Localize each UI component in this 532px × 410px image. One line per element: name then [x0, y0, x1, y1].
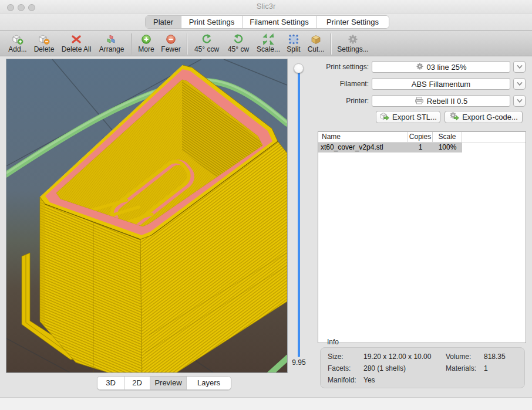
- toolbar-label: Add...: [8, 45, 26, 53]
- toolbar-label: 45° cw: [228, 45, 249, 53]
- print-settings-dropdown-button[interactable]: [513, 61, 526, 73]
- volume-value: 818.35: [484, 353, 506, 361]
- column-header-name[interactable]: Name: [318, 132, 408, 142]
- view-tab-3d[interactable]: 3D: [97, 377, 124, 389]
- fewer-copies-icon: [165, 33, 177, 45]
- facets-value: 280 (1 shells): [363, 364, 406, 372]
- toolbar-label: Settings...: [337, 45, 368, 53]
- titlebar: Slic3r: [0, 0, 532, 13]
- split-button[interactable]: Split: [283, 33, 304, 55]
- layer-slider-knob[interactable]: [294, 63, 304, 73]
- export-gcode-label: Export G-code...: [462, 113, 518, 121]
- toolbar-label: Cut...: [308, 45, 325, 53]
- chevron-down-icon: [516, 79, 523, 89]
- object-settings-button[interactable]: Settings...: [334, 33, 372, 55]
- toolbar-separator: [187, 33, 187, 55]
- object-scale-cell: 100%: [433, 143, 462, 153]
- add-object-icon: [11, 33, 24, 45]
- export-stl-label: Export STL...: [392, 113, 437, 121]
- object-row-filler: [462, 143, 526, 153]
- export-stl-button[interactable]: Export STL...: [376, 111, 440, 123]
- facets-label: Facets:: [328, 364, 351, 372]
- print-settings-label: Print settings:: [316, 63, 369, 71]
- manifold-value: Yes: [363, 376, 375, 384]
- rotate-cw-icon: [233, 33, 244, 45]
- table-row[interactable]: xt60_cover_v2p4.stl 1 100%: [318, 143, 526, 153]
- printer-icon: [415, 96, 424, 106]
- toolbar-separator: [131, 33, 132, 55]
- tab-printer-settings[interactable]: Printer Settings: [316, 16, 389, 28]
- column-header-empty: [462, 132, 526, 142]
- volume-label: Volume:: [446, 353, 471, 361]
- filament-combo[interactable]: ABS Fillamentum: [372, 78, 510, 90]
- print-settings-combo[interactable]: 03 line 25%: [372, 61, 510, 73]
- toolbar-label: Arrange: [99, 45, 124, 53]
- tab-plater[interactable]: Plater: [146, 16, 181, 28]
- tab-filament-settings[interactable]: Filament Settings: [242, 16, 316, 28]
- info-panel-title: Info: [327, 338, 339, 346]
- toolbar-label: Delete: [34, 45, 55, 53]
- more-copies-button[interactable]: More: [134, 33, 158, 55]
- print-settings-value: 03 line 25%: [427, 63, 467, 72]
- export-stl-icon: [379, 111, 389, 123]
- scale-icon: [262, 33, 274, 45]
- toolbar-label: Split: [287, 45, 300, 53]
- column-header-copies[interactable]: Copies: [408, 132, 433, 142]
- tab-print-settings[interactable]: Print Settings: [181, 16, 242, 28]
- arrange-button[interactable]: Arrange: [95, 33, 128, 55]
- object-list-table: Name Copies Scale xt60_cover_v2p4.stl 1 …: [318, 131, 526, 343]
- slic3r-window: Slic3r Plater Print Settings Filament Se…: [0, 0, 532, 410]
- object-list-header: Name Copies Scale: [318, 132, 526, 143]
- toolbar-label: 45° ccw: [194, 45, 219, 53]
- toolbar-label: Delete All: [62, 45, 92, 53]
- rotate-ccw-button[interactable]: 45° ccw: [190, 33, 223, 55]
- toolbar-separator: [331, 33, 331, 55]
- chevron-down-icon: [516, 96, 523, 106]
- add-button[interactable]: Add...: [5, 33, 31, 55]
- column-header-scale[interactable]: Scale: [433, 132, 462, 142]
- cut-icon: [310, 33, 322, 45]
- delete-all-icon: [70, 33, 82, 45]
- scale-button[interactable]: Scale...: [254, 33, 283, 55]
- plater-toolbar: Add... Delete Delete All Arrange M: [0, 31, 532, 56]
- arrange-icon: [105, 33, 118, 45]
- printer-value: Rebell II 0.5: [427, 97, 467, 106]
- main-tabs-group: Plater Print Settings Filament Settings …: [145, 15, 389, 29]
- delete-all-button[interactable]: Delete All: [58, 33, 95, 55]
- printer-label: Printer:: [316, 97, 369, 105]
- size-value: 19.20 x 12.00 x 10.00: [363, 353, 431, 361]
- filament-dropdown-button[interactable]: [513, 78, 526, 90]
- object-name-cell: xt60_cover_v2p4.stl: [318, 143, 408, 153]
- printer-dropdown-button[interactable]: [513, 95, 526, 107]
- size-label: Size:: [328, 353, 344, 361]
- plater-content: 9.95 Print settings: 03 line 25% Filamen…: [0, 57, 532, 397]
- toolbar-label: Fewer: [161, 45, 180, 53]
- view-tab-layers[interactable]: Layers: [186, 377, 231, 389]
- delete-object-icon: [38, 33, 50, 45]
- chevron-down-icon: [516, 62, 523, 72]
- footer: [0, 398, 532, 410]
- printer-combo[interactable]: Rebell II 0.5: [372, 95, 510, 107]
- layer-slider-value: 9.95: [285, 358, 312, 367]
- toolbar-label: More: [138, 45, 154, 53]
- manifold-label: Manifold:: [328, 376, 356, 384]
- object-settings-icon: [347, 33, 359, 45]
- export-gcode-button[interactable]: Export G-code...: [445, 111, 523, 123]
- materials-label: Materials:: [446, 364, 476, 372]
- delete-button[interactable]: Delete: [31, 33, 58, 55]
- materials-value: 1: [484, 364, 488, 372]
- view-tab-2d[interactable]: 2D: [124, 377, 150, 389]
- info-panel: Size: 19.20 x 12.00 x 10.00 Volume: 818.…: [320, 347, 525, 388]
- more-copies-icon: [140, 33, 152, 45]
- export-gcode-icon: [449, 111, 459, 123]
- filament-value: ABS Fillamentum: [412, 80, 470, 89]
- object-copies-cell: 1: [408, 143, 433, 153]
- preview-3d-viewport[interactable]: [6, 59, 288, 373]
- view-mode-tabs: 3D 2D Preview Layers: [97, 376, 231, 390]
- cut-button[interactable]: Cut...: [304, 33, 328, 55]
- rotate-cw-button[interactable]: 45° cw: [223, 33, 254, 55]
- view-tab-preview[interactable]: Preview: [150, 377, 186, 389]
- layer-slider-track[interactable]: [298, 69, 300, 357]
- filament-label: Filament:: [316, 80, 369, 88]
- fewer-copies-button[interactable]: Fewer: [158, 33, 184, 55]
